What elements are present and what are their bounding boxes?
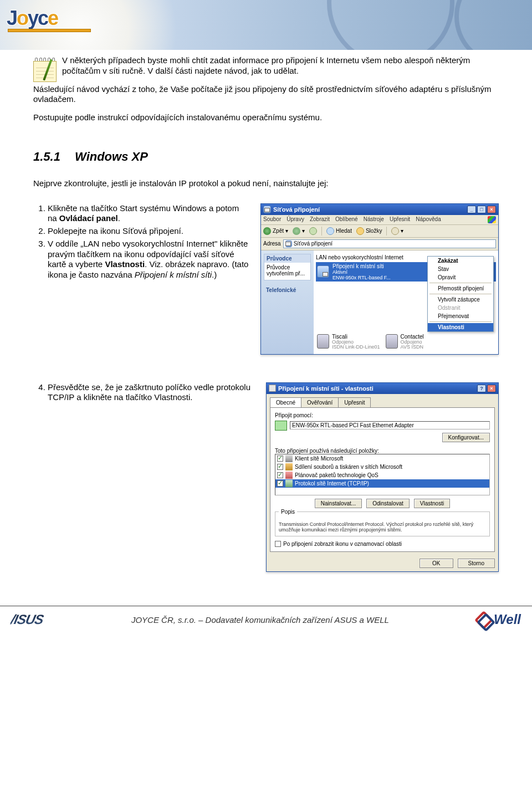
address-bar: Adresa Síťová připojení	[261, 238, 498, 250]
address-label: Adresa	[263, 241, 281, 247]
show-icon-checkbox[interactable]	[275, 541, 281, 547]
search-button[interactable]: Hledat	[326, 227, 352, 235]
ctx-bridge[interactable]: Přemostit připojení	[428, 284, 493, 293]
checkbox-icon[interactable]	[277, 472, 283, 478]
menu-item[interactable]: Oblíbené	[335, 216, 358, 223]
folders-button[interactable]: Složky	[356, 227, 382, 235]
install-button[interactable]: Nainstalovat...	[315, 499, 362, 508]
views-icon	[391, 227, 399, 235]
network-connections-window: Síťová připojení _ □ × Soubor Úpravy Zob…	[260, 203, 499, 355]
back-icon	[263, 227, 271, 235]
ctx-rename[interactable]: Přejmenovat	[428, 312, 493, 320]
uninstall-button[interactable]: Odinstalovat	[366, 499, 410, 508]
folder-icon	[356, 227, 364, 235]
checkbox-icon[interactable]	[277, 480, 283, 487]
description-text: Transmission Control Protocol/Internet P…	[279, 521, 486, 533]
paragraph-3: Postupujte podle instrukcí odpovídajícíc…	[33, 112, 499, 123]
main-pane: LAN nebo vysokorychlostní Internet Připo…	[314, 250, 498, 354]
windows-flag-icon	[488, 216, 496, 223]
menu-item[interactable]: Nápověda	[416, 216, 441, 223]
ctx-repair[interactable]: Opravit	[428, 273, 493, 282]
close-button[interactable]: ×	[487, 206, 496, 213]
components-listbox[interactable]: Klient sítě Microsoft Sdílení souborů a …	[275, 454, 490, 495]
up-icon	[309, 227, 317, 235]
menu-item[interactable]: Úpravy	[287, 216, 304, 223]
asus-logo: /ISUS	[9, 612, 45, 627]
description-label: Popis	[279, 509, 297, 515]
connection-properties-dialog: Připojení k místní síti - vlastnosti ? ×…	[266, 382, 499, 572]
list-item[interactable]: Plánovač paketů technologie QoS	[275, 471, 489, 479]
ok-button[interactable]: OK	[420, 559, 453, 568]
connect-using-label: Připojit pomocí:	[275, 412, 490, 418]
paragraph-2: Následující návod vychází z toho, že Vaš…	[33, 84, 499, 105]
ctx-delete: Odstranit	[428, 304, 493, 312]
intro-paragraph: Nejprve zkontrolujte, jestli je instalov…	[33, 178, 499, 189]
step-4: Přesvědčte se, že je zaškrtnuto políčko …	[48, 382, 255, 403]
section-number: 1.5.1	[33, 150, 60, 163]
phone-icon	[317, 334, 329, 349]
back-button[interactable]: Zpět ▾	[263, 227, 288, 235]
network-icon	[285, 241, 292, 247]
address-field[interactable]: Síťová připojení	[283, 239, 496, 248]
dialup-item[interactable]: Tiscali Odpojeno ISDN Link-DD-Line01	[317, 334, 380, 350]
network-icon	[263, 206, 271, 213]
help-button[interactable]: ?	[477, 385, 486, 392]
section-title: Windows XP	[75, 150, 148, 163]
ctx-disable[interactable]: Zakázat	[428, 257, 493, 265]
ctx-status[interactable]: Stav	[428, 265, 493, 273]
search-icon	[326, 227, 334, 235]
checkbox-icon[interactable]	[277, 464, 283, 470]
ctx-shortcut[interactable]: Vytvořit zástupce	[428, 295, 493, 304]
connection-icon	[317, 265, 329, 278]
list-item-tcpip[interactable]: Protokol sítě Internet (TCP/IP)	[275, 479, 489, 488]
qos-icon	[285, 472, 293, 479]
task-pane: Průvodce Průvodce vytvořením př... Telef…	[261, 250, 314, 354]
menu-item[interactable]: Soubor	[263, 216, 281, 223]
step-2: Poklepejte na ikonu Síťová připojení.	[48, 226, 249, 237]
minimize-button[interactable]: _	[467, 206, 476, 213]
configure-button[interactable]: Konfigurovat...	[442, 433, 490, 442]
cancel-button[interactable]: Storno	[458, 559, 495, 568]
list-item[interactable]: Sdílení souborů a tiskáren v sítích Micr…	[275, 463, 489, 471]
dialog-icon	[269, 385, 276, 392]
show-icon-label: Po připojení zobrazit ikonu v oznamovací…	[283, 541, 402, 547]
maximize-button[interactable]: □	[477, 206, 486, 213]
phone-icon	[386, 334, 398, 349]
task-link[interactable]: Průvodce vytvořením př...	[267, 264, 308, 277]
dialup-item[interactable]: Contactel Odpojeno AVS ISDN	[386, 334, 424, 350]
adapter-name-field: ENW-950x RTL-based PCI Fast Ethernet Ada…	[290, 421, 490, 429]
menu-item[interactable]: Nástroje	[364, 216, 384, 223]
page-content: V některých případech byste mohli chtít …	[0, 0, 532, 633]
protocol-icon	[285, 480, 293, 487]
close-button[interactable]: ×	[487, 385, 496, 392]
forward-button[interactable]: ▾	[293, 227, 305, 235]
task-group-header: Průvodce	[264, 254, 310, 263]
menu-item[interactable]: Zobrazit	[310, 216, 330, 223]
menu-item[interactable]: Upřesnit	[390, 216, 410, 223]
step-3: V oddíle „LAN nebo vysokorychlostní Inte…	[48, 239, 249, 280]
notepad-icon	[33, 55, 57, 82]
up-button[interactable]	[309, 227, 317, 235]
tab-auth[interactable]: Ověřování	[301, 397, 339, 407]
window-titlebar: Připojení k místní síti - vlastnosti ? ×	[267, 383, 498, 394]
nic-icon	[275, 421, 287, 431]
share-icon	[285, 463, 293, 470]
ctx-properties[interactable]: Vlastnosti	[428, 323, 493, 331]
properties-button[interactable]: Vlastnosti	[414, 499, 450, 508]
list-item[interactable]: Klient sítě Microsoft	[275, 454, 489, 463]
window-titlebar: Síťová připojení _ □ ×	[261, 204, 498, 215]
tab-bar: Obecné Ověřování Upřesnit	[267, 394, 498, 407]
context-menu: Zakázat Stav Opravit Přemostit připojení…	[427, 256, 494, 332]
well-logo: Well	[477, 612, 521, 627]
client-icon	[285, 455, 293, 462]
step-1: Klikněte na tlačítko Start systému Windo…	[48, 203, 249, 224]
tab-general[interactable]: Obecné	[270, 397, 301, 407]
footer-text: JOYCE ČR, s.r.o. – Dodavatel komunikační…	[131, 615, 389, 625]
uses-items-label: Toto připojení používá následující polož…	[275, 448, 490, 454]
views-button[interactable]: ▾	[391, 227, 403, 235]
side-section-label: Telefonické	[264, 286, 311, 294]
checkbox-icon[interactable]	[277, 456, 283, 462]
well-loop-icon	[477, 613, 492, 626]
tab-advanced[interactable]: Upřesnit	[338, 397, 371, 407]
forward-icon	[293, 227, 300, 235]
